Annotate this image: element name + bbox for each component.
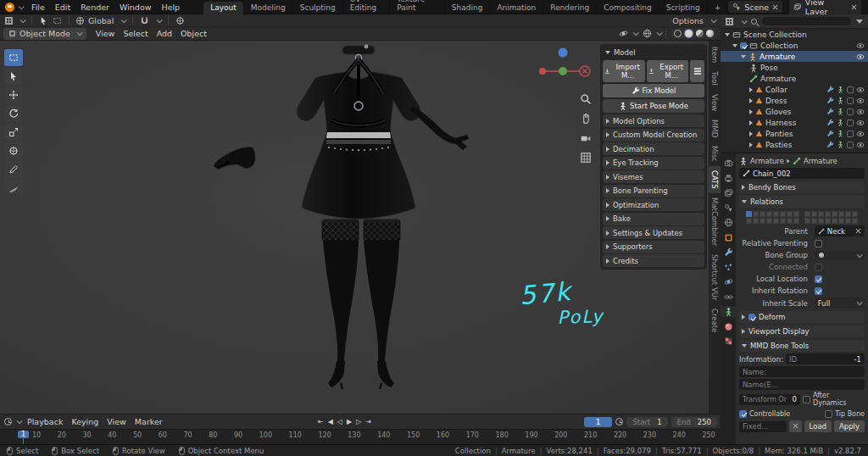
box-select-tool[interactable] [4,49,23,66]
outliner-editor-caret-icon[interactable] [742,18,748,24]
bone-layers-group-1[interactable] [746,211,799,224]
cats-section-header[interactable]: Bone Parenting [603,185,704,197]
inherit-rotation-checkbox[interactable] [815,287,822,295]
modifier-wrench-icon[interactable] [826,97,834,104]
armature-modifier-icon[interactable] [837,108,844,115]
app-menu-caret-icon[interactable] [19,3,25,9]
mmd-bone-tools-section[interactable]: MMD Bone Tools [739,340,865,352]
selectable-checkbox[interactable] [847,131,854,137]
after-dynamics-checkbox[interactable] [803,396,810,403]
expand-icon[interactable] [749,109,753,114]
cats-section-header[interactable]: Model Options [603,114,704,127]
local-location-checkbox[interactable] [815,275,822,283]
material-properties-tab[interactable] [721,321,735,332]
frame-start-field[interactable]: Start1 [626,417,667,427]
deform-section[interactable]: Deform [739,311,865,323]
breadcrumb-object[interactable]: Armature [750,157,784,165]
cats-menu-button[interactable] [690,60,704,82]
cats-section-header[interactable]: Bake [603,213,704,225]
panel-tab[interactable]: MMD [709,115,721,142]
timeline-menu-item[interactable]: View [103,416,131,427]
outliner-search-input[interactable] [762,17,851,25]
orientation-caret-icon[interactable] [121,17,127,23]
bone-layers-group-2[interactable] [804,211,858,224]
eye-icon[interactable] [856,130,865,138]
annotate-tool[interactable] [4,161,23,178]
options-menu[interactable]: Options [672,16,704,25]
armature-modifier-icon[interactable] [837,119,844,126]
menu-item[interactable]: Help [156,1,185,14]
mmd-name-e-input[interactable]: Name(E... [739,379,865,390]
current-frame-field[interactable]: 1 [584,417,613,427]
panel-tab[interactable]: Misc [709,142,721,166]
clear-parent-icon[interactable] [855,228,861,234]
overlays-icon[interactable] [643,29,652,38]
active-tool-icon[interactable] [39,16,48,25]
expand-icon[interactable] [749,98,753,103]
bendy-bones-section[interactable]: Bendy Bones [739,181,865,193]
remove-view-layer-icon[interactable] [851,4,857,10]
unlink-scene-icon[interactable] [772,4,778,10]
workspace-tab[interactable]: + [708,2,729,14]
breadcrumb-data[interactable]: Armature [804,157,837,165]
editor-type-caret-icon[interactable] [20,17,26,23]
export-model-button[interactable]: Export M... [647,60,689,82]
modifier-wrench-icon[interactable] [826,86,834,93]
cats-section-header[interactable]: Eye Tracking [603,157,704,170]
bone-id-field[interactable]: ID-1 [786,353,865,364]
expand-icon[interactable] [749,131,753,136]
proportional-edit-icon[interactable] [175,16,185,25]
armature-modifier-icon[interactable] [837,86,844,93]
cats-section-header[interactable]: Visemes [603,170,704,183]
eye-icon[interactable] [856,119,865,127]
clear-fixed-axis-button[interactable] [789,420,802,432]
import-model-button[interactable]: Import M... [603,60,645,82]
transport-button[interactable]: ▷ [356,418,361,425]
timeline-editor-icon[interactable] [4,418,12,425]
expand-icon[interactable] [741,55,746,58]
outliner-row-garment[interactable]: Pasties [721,139,868,150]
object-data-properties-tab[interactable] [721,306,736,317]
wireframe-shading-icon[interactable] [674,30,682,37]
selectable-checkbox[interactable] [847,108,854,115]
workspace-tab[interactable]: Modeling [244,2,293,14]
outliner-row-armature-object[interactable]: Armature [721,51,868,62]
modifier-properties-tab[interactable] [721,247,735,258]
relative-parenting-checkbox[interactable] [815,240,822,247]
eye-icon[interactable] [856,108,865,116]
apply-button[interactable]: Apply [834,420,865,432]
use-preview-range-icon[interactable] [615,418,623,425]
outliner-row-garment[interactable]: Dress [721,95,868,106]
right-stocking[interactable] [364,220,400,389]
transform-order-field[interactable]: Transform Or0 [739,394,800,405]
fix-model-button[interactable]: Fix Model [603,84,704,97]
workspace-tab[interactable]: Layout [203,2,244,14]
panel-tab[interactable]: Item [709,42,721,67]
timeline-menu-item[interactable]: Playback [23,416,67,427]
modifier-wrench-icon[interactable] [826,119,834,126]
tip-bone-checkbox[interactable] [825,410,832,418]
object-properties-tab[interactable] [721,232,735,243]
modifier-wrench-icon[interactable] [826,141,834,148]
pan-hand-icon[interactable] [580,113,592,125]
controllable-checkbox[interactable] [739,410,747,418]
outliner-row-garment[interactable]: Collar [721,84,868,95]
transport-button[interactable]: ◁ [337,418,342,425]
texture-properties-tab[interactable] [721,336,735,347]
outliner-row-pose[interactable]: Pose [721,62,868,73]
cursor-tool[interactable] [4,68,23,85]
armature-modifier-icon[interactable] [837,141,844,148]
gizmo-caret-icon[interactable] [633,30,639,36]
transport-button[interactable]: ⇥ [365,418,371,425]
eye-icon[interactable] [856,53,865,61]
scene-selector[interactable]: Scene [728,1,782,13]
rendered-shading-icon[interactable] [706,30,714,37]
outliner-row-garment[interactable]: Harness [721,117,868,128]
material-shading-icon[interactable] [696,30,704,37]
current-frame-marker[interactable]: 1 [18,431,29,438]
relations-section[interactable]: Relations [739,196,865,208]
selectable-checkbox[interactable] [847,86,854,93]
outliner-row-garment[interactable]: Panties [721,128,868,139]
cats-section-header[interactable]: Custom Model Creation [603,129,704,142]
selectable-checkbox[interactable] [847,97,854,104]
